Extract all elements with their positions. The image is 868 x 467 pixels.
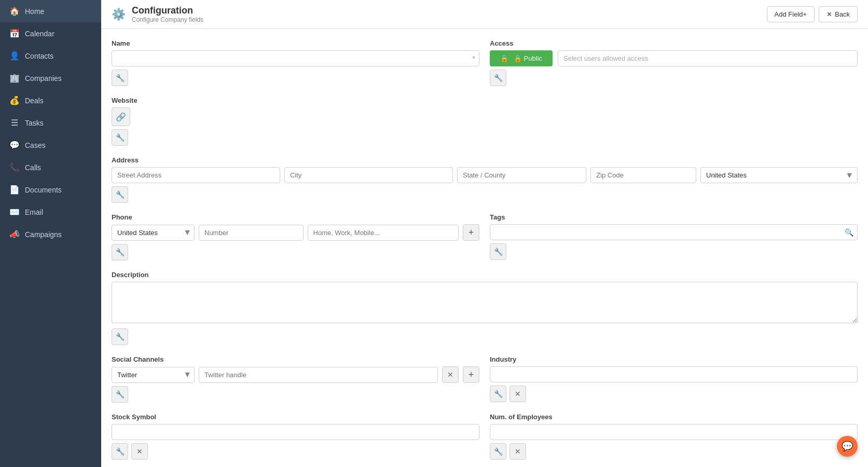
industry-section: Industry 🔧 ✕ <box>490 355 858 403</box>
select-users-dropdown[interactable]: Select users allowed access <box>558 50 858 66</box>
zip-input[interactable] <box>590 167 696 183</box>
country-select-wrapper: United States ▼ <box>700 167 858 183</box>
tags-section: Tags 🔍 🔧 <box>490 213 858 260</box>
sidebar-item-calendar[interactable]: 📅 Calendar <box>0 22 101 45</box>
social-handle-input[interactable] <box>199 367 438 383</box>
state-input[interactable] <box>457 167 586 183</box>
calls-icon: 📞 <box>9 162 20 172</box>
home-icon: 🏠 <box>9 6 20 16</box>
industry-buttons: 🔧 ✕ <box>490 386 858 402</box>
sidebar-item-tasks[interactable]: ☰ Tasks <box>0 112 101 134</box>
campaigns-icon: 📣 <box>9 229 20 239</box>
website-label: Website <box>112 97 858 104</box>
chat-bubble-button[interactable]: 💬 <box>837 436 858 457</box>
sidebar-item-label: Campaigns <box>25 230 62 239</box>
description-wrench-button[interactable]: 🔧 <box>112 328 128 345</box>
sidebar-item-label: Documents <box>25 186 62 194</box>
access-wrench-button[interactable]: 🔧 <box>490 70 506 86</box>
link-icon-button[interactable]: 🔗 <box>112 107 130 126</box>
stock-wrench-button[interactable]: 🔧 <box>112 443 128 460</box>
street-input[interactable] <box>112 167 280 183</box>
sidebar-item-label: Calendar <box>25 30 54 38</box>
social-add-button[interactable]: + <box>463 366 479 383</box>
sidebar-item-deals[interactable]: 💰 Deals <box>0 89 101 112</box>
page-subtitle: Configure Company fields <box>132 16 203 23</box>
tags-input-wrapper: 🔍 <box>490 224 858 240</box>
employees-remove-button[interactable]: ✕ <box>509 443 526 460</box>
phone-type-input[interactable] <box>308 225 459 241</box>
public-button[interactable]: 🔒 🔒 Public <box>490 50 553 66</box>
sidebar-item-email[interactable]: ✉️ Email <box>0 201 101 223</box>
social-row: Twitter LinkedIn Facebook ▼ ✕ + <box>112 366 479 383</box>
industry-input[interactable] <box>490 366 858 382</box>
website-section: Website 🔗 🔧 <box>112 97 858 146</box>
header-left: ⚙️ Configuration Configure Company field… <box>112 5 203 23</box>
add-field-button[interactable]: Add Field+ <box>767 6 815 22</box>
lock-icon: 🔒 <box>500 54 508 62</box>
deals-icon: 💰 <box>9 95 20 105</box>
sidebar-item-calls[interactable]: 📞 Calls <box>0 156 101 178</box>
sidebar-item-companies[interactable]: 🏢 Companies <box>0 67 101 89</box>
access-label: Access <box>490 39 858 47</box>
name-section: Name * 🔧 <box>112 39 479 86</box>
sidebar: 🏠 Home 📅 Calendar 👤 Contacts 🏢 Companies… <box>0 0 101 467</box>
header-titles: Configuration Configure Company fields <box>132 5 203 23</box>
sidebar-item-home[interactable]: 🏠 Home <box>0 0 101 22</box>
city-input[interactable] <box>284 167 453 183</box>
social-label: Social Channels <box>112 355 479 363</box>
employees-section: Num. of Employees 🔧 ✕ <box>490 413 858 460</box>
phone-add-button[interactable]: + <box>463 224 479 241</box>
website-row: 🔗 <box>112 107 858 126</box>
name-access-section: Name * 🔧 Access 🔒 🔒 Public <box>112 39 858 97</box>
sidebar-item-cases[interactable]: 💬 Cases <box>0 134 101 156</box>
social-platform-wrapper: Twitter LinkedIn Facebook ▼ <box>112 367 195 383</box>
sidebar-item-campaigns[interactable]: 📣 Campaigns <box>0 223 101 245</box>
employees-label: Num. of Employees <box>490 413 858 421</box>
config-icon: ⚙️ <box>112 8 126 21</box>
sidebar-item-documents[interactable]: 📄 Documents <box>0 178 101 201</box>
page-header: ⚙️ Configuration Configure Company field… <box>101 0 868 29</box>
country-select[interactable]: United States <box>700 167 858 183</box>
search-icon: 🔍 <box>845 228 853 237</box>
sidebar-item-label: Calls <box>25 163 41 172</box>
phone-country-select[interactable]: United States <box>112 225 195 241</box>
name-input[interactable] <box>112 50 479 66</box>
social-wrench-button[interactable]: 🔧 <box>112 386 128 403</box>
employees-wrench-button[interactable]: 🔧 <box>490 443 506 460</box>
documents-icon: 📄 <box>9 185 20 195</box>
phone-number-input[interactable] <box>199 225 304 241</box>
description-textarea[interactable] <box>112 282 858 323</box>
name-wrench-button[interactable]: 🔧 <box>112 70 128 86</box>
website-wrench-button[interactable]: 🔧 <box>112 129 128 146</box>
address-label: Address <box>112 156 858 164</box>
phone-section: Phone United States ▼ + 🔧 <box>112 213 479 260</box>
phone-row: United States ▼ + <box>112 224 479 241</box>
stock-buttons: 🔧 ✕ <box>112 443 479 460</box>
employees-input[interactable] <box>490 424 858 440</box>
stock-input[interactable] <box>112 424 479 440</box>
stock-section: Stock Symbol 🔧 ✕ <box>112 413 479 460</box>
header-actions: Add Field+ ✕ Back <box>767 6 858 22</box>
phone-wrench-button[interactable]: 🔧 <box>112 244 128 260</box>
industry-wrench-button[interactable]: 🔧 <box>490 386 506 402</box>
industry-label: Industry <box>490 355 858 363</box>
address-section: Address United States ▼ 🔧 <box>112 156 858 203</box>
phone-label: Phone <box>112 213 479 221</box>
sidebar-item-label: Home <box>25 7 44 16</box>
tags-wrench-button[interactable]: 🔧 <box>490 243 506 260</box>
address-wrench-button[interactable]: 🔧 <box>112 186 128 203</box>
name-label: Name <box>112 39 479 47</box>
address-row: United States ▼ <box>112 167 858 183</box>
description-section: Description 🔧 <box>112 271 858 345</box>
tags-input[interactable] <box>490 224 858 240</box>
close-icon: ✕ <box>826 10 832 18</box>
back-button[interactable]: ✕ Back <box>819 6 858 22</box>
industry-remove-button[interactable]: ✕ <box>509 386 526 402</box>
tasks-icon: ☰ <box>9 118 20 128</box>
stock-remove-button[interactable]: ✕ <box>131 443 148 460</box>
sidebar-item-contacts[interactable]: 👤 Contacts <box>0 45 101 67</box>
social-remove-button[interactable]: ✕ <box>442 366 459 383</box>
stock-label: Stock Symbol <box>112 413 479 421</box>
social-platform-select[interactable]: Twitter LinkedIn Facebook <box>112 367 195 383</box>
phone-country-wrapper: United States ▼ <box>112 225 195 241</box>
